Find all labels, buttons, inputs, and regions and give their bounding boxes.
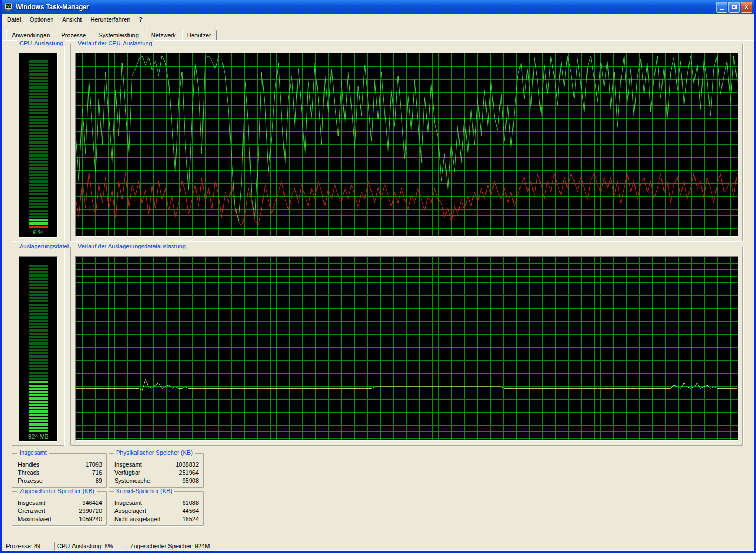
stat-value: 2990720 bbox=[79, 507, 102, 515]
cpu-history-chart bbox=[75, 53, 738, 237]
led-segment bbox=[29, 213, 48, 215]
stat-label: Verfügbar bbox=[114, 469, 140, 476]
minimize-button[interactable] bbox=[716, 2, 727, 13]
led-segment bbox=[29, 73, 48, 76]
stat-value: 1059240 bbox=[79, 515, 102, 523]
pagefile-history-canvas bbox=[76, 257, 738, 440]
led-segment bbox=[29, 158, 48, 160]
led-segment bbox=[29, 394, 48, 396]
led-segment bbox=[29, 378, 48, 380]
window-title: Windows Task-Manager bbox=[16, 3, 89, 11]
stat-row: Prozesse89 bbox=[18, 477, 102, 484]
led-segment bbox=[29, 417, 48, 419]
tab-anwendungen[interactable]: Anwendungen bbox=[6, 30, 55, 40]
led-segment bbox=[29, 304, 48, 306]
led-segment bbox=[29, 294, 48, 296]
led-segment bbox=[29, 410, 48, 413]
cpu-history-group-label: Verlauf der CPU-Auslastung bbox=[76, 40, 154, 46]
status-cpu-usage: CPU-Auslastung: 6% bbox=[54, 542, 125, 551]
led-segment bbox=[29, 83, 48, 85]
led-segment bbox=[29, 93, 48, 95]
led-segment bbox=[29, 420, 48, 422]
pagefile-usage-group-label: Auslagerungsdatei bbox=[17, 243, 71, 249]
led-segment bbox=[29, 106, 48, 108]
menu-datei[interactable]: Datei bbox=[3, 15, 25, 24]
stat-label: Insgesamt bbox=[18, 499, 45, 507]
stat-row: Insgesamt61088 bbox=[114, 499, 199, 507]
led-segment bbox=[29, 141, 48, 144]
pagefile-history-chart bbox=[75, 256, 738, 441]
led-segment bbox=[29, 151, 48, 153]
pagefile-usage-gauge: 924 MB bbox=[19, 256, 58, 442]
stat-value: 17093 bbox=[85, 461, 102, 468]
close-button[interactable]: × bbox=[741, 2, 752, 13]
menu-optionen[interactable]: Optionen bbox=[25, 15, 58, 24]
stat-value: 89 bbox=[96, 477, 102, 484]
led-segment bbox=[29, 397, 48, 400]
led-segment bbox=[29, 310, 48, 312]
led-segment bbox=[29, 287, 48, 289]
physical-memory-group-label: Physikalischer Speicher (KB) bbox=[114, 449, 195, 456]
menu-ansicht[interactable]: Ansicht bbox=[58, 15, 86, 24]
tab-prozesse[interactable]: Prozesse bbox=[56, 30, 91, 40]
led-segment bbox=[29, 164, 48, 166]
led-segment bbox=[29, 326, 48, 328]
stat-row: Handles17093 bbox=[18, 461, 102, 468]
stat-row: Insgesamt946424 bbox=[18, 499, 102, 507]
led-segment bbox=[29, 206, 48, 208]
stat-label: Nicht ausgelagert bbox=[114, 515, 161, 523]
tab-systemleistung[interactable]: Systemleistung bbox=[92, 29, 145, 41]
led-segment bbox=[29, 407, 48, 409]
led-segment bbox=[29, 355, 48, 358]
led-segment bbox=[29, 203, 48, 205]
led-segment bbox=[29, 154, 48, 157]
menu-hilfe[interactable]: ? bbox=[134, 15, 146, 24]
maximize-button[interactable] bbox=[728, 2, 740, 13]
cpu-history-canvas bbox=[76, 53, 738, 236]
led-segment bbox=[29, 80, 48, 82]
led-segment bbox=[29, 226, 48, 228]
stat-row: Grenzwert2990720 bbox=[18, 507, 102, 515]
minimize-icon bbox=[720, 9, 724, 10]
menu-herunterfahren[interactable]: Herunterfahren bbox=[86, 15, 134, 24]
physical-memory-group: Physikalischer Speicher (KB) Insgesamt10… bbox=[109, 453, 204, 488]
led-segment bbox=[29, 103, 48, 105]
tab-netzwerk[interactable]: Netzwerk bbox=[146, 30, 181, 40]
led-segment bbox=[29, 109, 48, 111]
led-segment bbox=[29, 210, 48, 212]
stat-label: Insgesamt bbox=[114, 499, 142, 507]
led-segment bbox=[29, 365, 48, 367]
led-segment bbox=[29, 391, 48, 393]
led-segment bbox=[29, 122, 48, 124]
led-segment bbox=[29, 112, 48, 114]
led-segment bbox=[29, 336, 48, 338]
led-segment bbox=[29, 278, 48, 280]
stat-value: 946424 bbox=[82, 499, 102, 507]
led-segment bbox=[29, 368, 48, 370]
stat-value: 251964 bbox=[179, 469, 199, 476]
status-processes: Prozesse: 89 bbox=[3, 542, 52, 551]
led-segment bbox=[29, 200, 48, 202]
led-segment bbox=[29, 99, 48, 102]
led-segment bbox=[29, 161, 48, 163]
led-segment bbox=[29, 284, 48, 286]
cpu-history-group: Verlauf der CPU-Auslastung bbox=[70, 44, 743, 241]
led-segment bbox=[29, 119, 48, 121]
led-segment bbox=[29, 342, 48, 345]
tab-benutzer[interactable]: Benutzer bbox=[182, 30, 217, 40]
led-segment bbox=[29, 116, 48, 118]
led-segment bbox=[29, 329, 48, 332]
led-segment bbox=[29, 167, 48, 170]
stat-label: Insgesamt bbox=[114, 461, 142, 468]
pagefile-usage-group: Auslagerungsdatei 924 MB bbox=[12, 247, 64, 446]
physical-memory-rows: Insgesamt1038832Verfügbar251964Systemcac… bbox=[114, 460, 199, 485]
commit-charge-rows: Insgesamt946424Grenzwert2990720Maximalwe… bbox=[18, 498, 102, 523]
led-segment bbox=[29, 145, 48, 147]
led-segment bbox=[29, 401, 48, 403]
tab-bar: Anwendungen Prozesse Systemleistung Netz… bbox=[2, 25, 754, 40]
stat-value: 1038832 bbox=[176, 461, 199, 468]
led-segment bbox=[29, 346, 48, 348]
led-segment bbox=[29, 385, 48, 387]
led-segment bbox=[29, 359, 48, 361]
led-segment bbox=[29, 372, 48, 374]
